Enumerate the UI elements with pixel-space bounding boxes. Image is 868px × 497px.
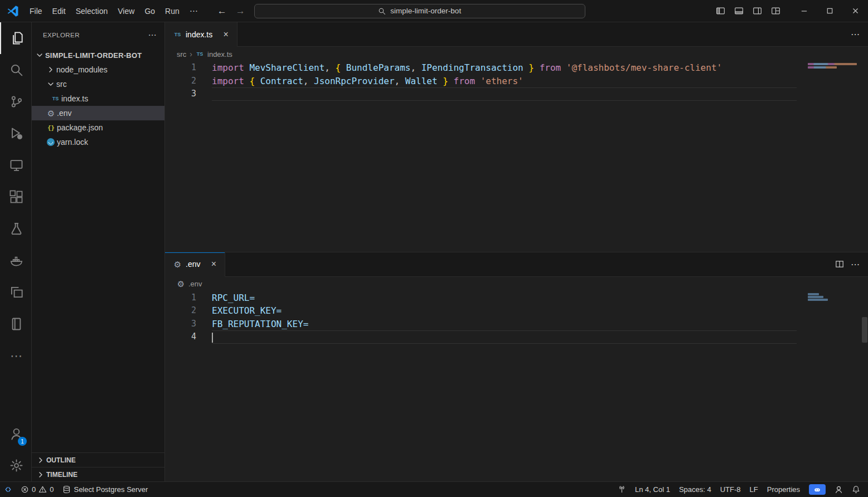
breadcrumb-file[interactable]: .env [188,280,202,288]
menu-overflow-icon[interactable] [185,6,203,16]
toggle-secondary-sidebar-icon[interactable] [749,3,766,20]
activity-item-live-preview[interactable] [0,276,31,308]
broadcast-item[interactable] [613,482,631,497]
activity-item-run-and-debug[interactable] [0,118,31,149]
line-content[interactable]: RPC_URL= [212,291,797,305]
toggle-sidebar-icon[interactable] [712,3,729,20]
line-number[interactable]: 3 [165,318,212,331]
explorer-more-actions-icon[interactable] [148,30,157,40]
code-token[interactable]: JsonRpcProvider [314,76,395,86]
tree-item-node-modules[interactable]: node_modules [32,62,164,77]
toggle-panel-icon[interactable] [730,3,748,20]
code-token[interactable]: import [212,76,249,86]
code-token[interactable]: = [249,293,255,303]
close-tab-icon[interactable] [208,259,219,270]
code-token[interactable]: import [212,62,249,73]
section-outline[interactable]: OUTLINE [32,452,164,467]
line-number[interactable]: 4 [165,330,212,344]
scrollbar-thumb[interactable] [862,317,867,343]
line-content[interactable]: EXECUTOR_KEY= [212,304,797,318]
tab-env[interactable]: .env [165,252,225,277]
activity-item-settings[interactable] [0,450,31,481]
code-token[interactable]: = [277,305,282,316]
close-tab-icon[interactable] [220,29,231,40]
feedback-item[interactable] [830,482,847,497]
activity-item-search[interactable] [0,54,31,86]
activity-item-more-views[interactable] [0,340,31,372]
activity-item-accounts[interactable]: 1 [0,418,31,450]
split-editor-icon[interactable] [835,260,844,269]
tab-index-ts[interactable]: index.ts [165,22,237,47]
code-editor-bottom[interactable]: 1RPC_URL=2EXECUTOR_KEY=3FB_REPUTATION_KE… [165,291,868,482]
code-token[interactable]: '@flashbots/mev-share-client' [566,62,722,73]
encoding-setting[interactable]: UTF-8 [716,482,745,497]
activity-item-extensions[interactable] [0,181,31,213]
code-token[interactable]: { [336,62,346,73]
line-content[interactable] [212,330,797,344]
code-token[interactable]: 'ethers' [481,76,523,86]
close-button[interactable] [842,0,868,22]
code-token[interactable]: FB_REPUTATION_KEY [212,319,303,329]
code-token[interactable]: BundleParams [346,62,411,73]
code-token[interactable]: , [395,76,405,86]
code-token[interactable]: IPendingTransaction [421,62,523,73]
command-center-search[interactable]: simple-limit-order-bot [254,4,585,18]
code-editor-top[interactable]: 1import MevShareClient, { BundleParams, … [165,61,868,252]
menu-go[interactable]: Go [139,4,160,18]
tree-item-package-json[interactable]: package.json [32,120,164,135]
code-token[interactable]: MevShareClient [249,62,324,73]
activity-item-docker[interactable] [0,245,31,276]
code-token[interactable]: , [410,62,421,73]
tree-item-yarn-lock[interactable]: yarn.lock [32,135,164,149]
line-content[interactable]: FB_REPUTATION_KEY= [212,318,797,331]
breadcrumb-file[interactable]: index.ts [207,50,232,59]
code-token[interactable]: , [324,62,335,73]
minimize-button[interactable] [791,0,817,22]
menu-view[interactable]: View [113,4,139,18]
notifications-item[interactable] [847,482,865,497]
code-token[interactable]: = [303,319,309,329]
line-number[interactable]: 3 [165,87,212,101]
tree-item-src[interactable]: src [32,77,164,91]
code-token[interactable]: Contract [260,76,303,86]
menu-edit[interactable]: Edit [47,4,71,18]
problems-indicator[interactable]: 0 0 [16,482,58,497]
activity-item-explorer[interactable] [0,22,31,54]
activity-item-remote-explorer[interactable] [0,149,31,181]
code-line-3[interactable]: 3FB_REPUTATION_KEY= [165,318,868,331]
line-content[interactable] [212,87,797,101]
indentation-setting[interactable]: Spaces: 4 [675,482,716,497]
maximize-button[interactable] [817,0,842,22]
code-token[interactable]: } [523,62,534,73]
code-line-2[interactable]: 2import { Contract, JsonRpcProvider, Wal… [165,75,868,88]
code-line-2[interactable]: 2EXECUTOR_KEY= [165,304,868,318]
line-content[interactable]: import { Contract, JsonRpcProvider, Wall… [212,75,797,88]
code-token[interactable]: Wallet [405,76,438,86]
code-token[interactable]: { [249,76,260,86]
code-token[interactable]: , [303,76,314,86]
code-token[interactable]: from [540,62,566,73]
line-number[interactable]: 1 [165,291,212,305]
forward-button[interactable]: → [236,6,245,17]
line-number[interactable]: 2 [165,75,212,88]
code-token[interactable]: EXECUTOR_KEY [212,305,277,316]
code-line-4[interactable]: 4 [165,330,868,344]
code-line-1[interactable]: 1import MevShareClient, { BundleParams, … [165,61,868,75]
code-token[interactable]: } [438,76,448,86]
line-number[interactable]: 2 [165,304,212,318]
line-content[interactable]: import MevShareClient, { BundleParams, I… [212,61,797,75]
back-button[interactable]: ← [217,6,227,17]
tree-item-simple-limit-order-bot[interactable]: SIMPLE-LIMIT-ORDER-BOT [32,48,164,62]
tree-item--env[interactable]: .env [32,106,164,120]
tree-item-index-ts[interactable]: index.ts [32,91,164,106]
code-token[interactable]: RPC_URL [212,293,249,303]
cursor-position[interactable]: Ln 4, Col 1 [631,482,675,497]
activity-item-database[interactable] [0,308,31,340]
activity-item-source-control[interactable] [0,86,31,118]
code-line-1[interactable]: 1RPC_URL= [165,291,868,305]
language-mode[interactable]: Properties [763,482,804,497]
line-number[interactable]: 1 [165,61,212,75]
editor-more-actions-icon[interactable] [851,259,860,270]
postgres-server-selector[interactable]: Select Postgres Server [58,482,152,497]
breadcrumb-folder[interactable]: src [177,50,186,59]
